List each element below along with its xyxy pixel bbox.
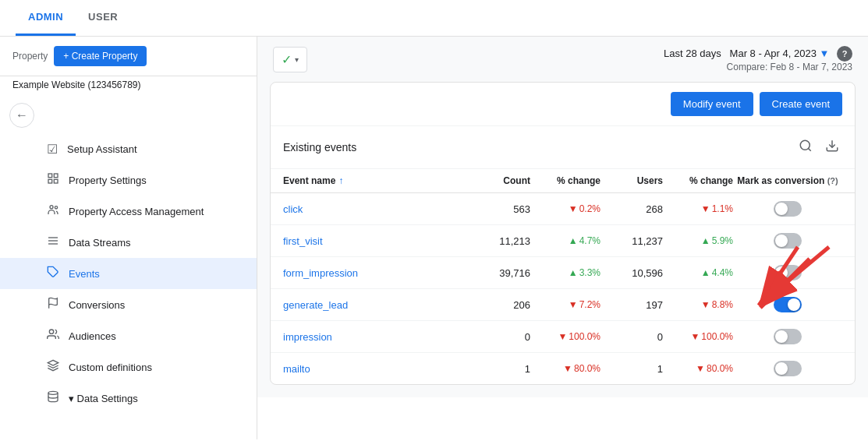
modify-event-button[interactable]: Modify event [671,92,753,116]
date-range: Last 28 days Mar 8 - Apr 4, 2023 ▼ ? [664,46,852,62]
sidebar-item-conversions[interactable]: Conversions [0,289,257,320]
header-right: Last 28 days Mar 8 - Apr 4, 2023 ▼ ? Com… [664,46,852,72]
table-row: form_impression 39,716 ▲3.3% 10,596 ▲4.4… [271,257,855,289]
sidebar-item-label: Conversions [69,299,125,311]
streams-icon [47,235,59,250]
pct-users: ▼8.8% [663,299,733,310]
col-pct-users: % change [663,175,733,186]
conversions-icon [47,297,59,312]
col-users: Users [601,175,663,186]
svg-rect-2 [48,179,52,183]
event-name[interactable]: form_impression [283,267,468,279]
create-event-button[interactable]: Create event [760,92,842,116]
settings-icon [47,172,59,188]
property-section: Property + Create Property [0,37,257,76]
sidebar-item-audiences[interactable]: Audiences [0,320,257,351]
users-value: 268 [601,203,663,215]
info-icon: (?) [827,176,838,185]
sidebar-item-events[interactable]: Events [0,258,257,289]
compare-range: Compare: Feb 8 - Mar 7, 2023 [664,62,852,72]
conversion-toggle[interactable] [774,201,802,217]
back-button[interactable]: ← [9,103,34,128]
col-mark-conversion: Mark as conversion (?) [733,175,842,186]
event-name[interactable]: mailto [283,363,468,375]
svg-rect-3 [54,179,58,183]
users-value: 197 [601,299,663,311]
sort-arrow-icon: ↑ [338,175,343,186]
toggle-cell [733,265,842,280]
col-event-name[interactable]: Event name ↑ [283,175,468,186]
svg-rect-1 [54,174,58,178]
header-left: ✓ ▾ [273,47,307,72]
count-value: 1 [468,363,530,375]
pct-count: ▼7.2% [530,299,601,310]
content-header: ✓ ▾ Last 28 days Mar 8 - Apr 4, 2023 ▼ ? [257,37,868,82]
event-name[interactable]: generate_lead [283,299,468,311]
pct-count: ▲4.7% [530,235,601,246]
date-range-value: Mar 8 - Apr 4, 2023 [730,48,817,59]
setup-icon: ☑ [47,142,58,157]
audiences-icon [47,328,59,344]
sidebar-item-label: Setup Assistant [67,143,137,155]
search-button[interactable] [795,136,816,159]
arrow-icon: ▼ [690,331,700,342]
count-value: 11,213 [468,235,530,247]
svg-line-15 [808,148,810,150]
events-icon [47,266,59,281]
users-value: 11,237 [601,235,663,247]
event-name[interactable]: first_visit [283,235,468,247]
count-value: 39,716 [468,267,530,279]
arrow-icon: ▼ [569,203,578,214]
event-name[interactable]: click [283,203,468,215]
sidebar-item-label: Audiences [69,330,116,342]
conversion-toggle[interactable] [774,297,802,312]
pct-users: ▲4.4% [663,267,733,278]
table-body: click 563 ▼0.2% 268 ▼1.1% first_visit 11… [271,193,855,384]
pct-count: ▲3.3% [530,267,601,278]
sidebar-item-custom-definitions[interactable]: Custom definitions [0,351,257,383]
chevron-down-icon: ▾ [295,55,299,64]
status-filter-button[interactable]: ✓ ▾ [273,47,307,72]
sidebar-item-label: Custom definitions [69,362,152,373]
create-property-button[interactable]: + Create Property [54,46,147,66]
toggle-cell [733,329,842,344]
sidebar-item-property-settings[interactable]: Property Settings [0,164,257,196]
sidebar-item-label: Data Streams [69,237,130,249]
sidebar-item-label: Events [69,268,100,280]
tab-user[interactable]: USER [76,0,130,36]
arrow-icon: ▲ [701,267,710,278]
svg-point-4 [50,206,53,209]
arrow-icon: ▲ [701,235,710,246]
help-icon[interactable]: ? [837,46,852,62]
arrow-icon: ▼ [563,363,572,374]
toggle-cell [733,201,842,217]
event-name[interactable]: impression [283,331,468,343]
sidebar-item-data-streams[interactable]: Data Streams [0,227,257,258]
conversion-toggle[interactable] [774,233,802,249]
arrow-icon: ▼ [701,203,710,214]
conversion-toggle[interactable] [774,329,802,344]
pct-users: ▼1.1% [663,203,733,214]
svg-marker-12 [48,360,58,365]
table-row: click 563 ▼0.2% 268 ▼1.1% [271,193,855,225]
date-dropdown-icon[interactable]: ▼ [820,48,830,59]
tab-admin[interactable]: ADMIN [16,0,76,36]
sidebar-item-property-access[interactable]: Property Access Management [0,196,257,227]
count-value: 563 [468,203,530,215]
svg-point-14 [800,140,810,150]
table-header: Event name ↑ Count % change Users % chan… [271,169,855,193]
top-tabs: ADMIN USER [0,0,868,37]
conversion-toggle[interactable] [774,265,802,280]
users-value: 10,596 [601,267,663,279]
custom-def-icon [47,359,59,375]
col-count: Count [468,175,530,186]
sidebar-item-data-settings[interactable]: ▾ Data Settings [0,383,257,414]
conversion-toggle[interactable] [774,361,802,376]
sidebar-item-setup-assistant[interactable]: ☑ Setup Assistant [0,134,257,164]
svg-point-5 [55,206,57,209]
arrow-icon: ▼ [701,299,710,310]
svg-point-11 [49,330,53,333]
table-row: mailto 1 ▼80.0% 1 ▼80.0% [271,353,855,384]
download-button[interactable] [822,136,842,159]
check-circle-icon: ✓ [282,52,292,67]
